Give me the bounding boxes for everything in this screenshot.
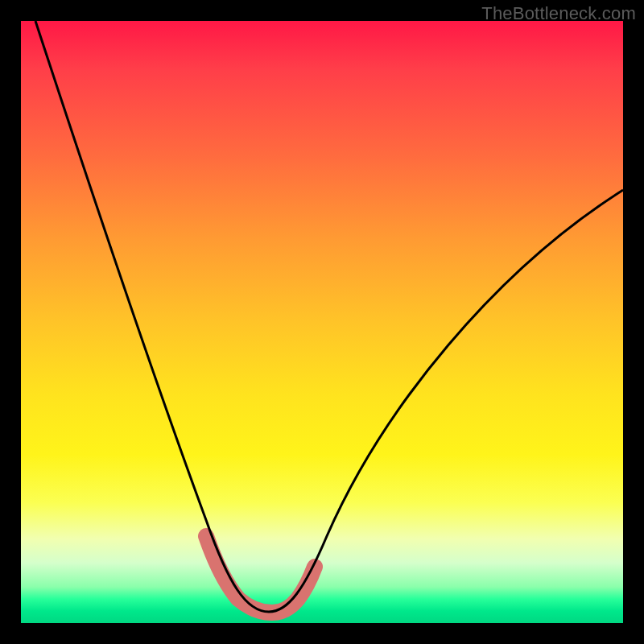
curve-path — [35, 21, 623, 612]
watermark-text: TheBottleneck.com — [481, 3, 636, 24]
curve-highlight-band — [206, 536, 315, 613]
chart-frame — [21, 21, 623, 623]
bottleneck-curve — [21, 21, 623, 623]
